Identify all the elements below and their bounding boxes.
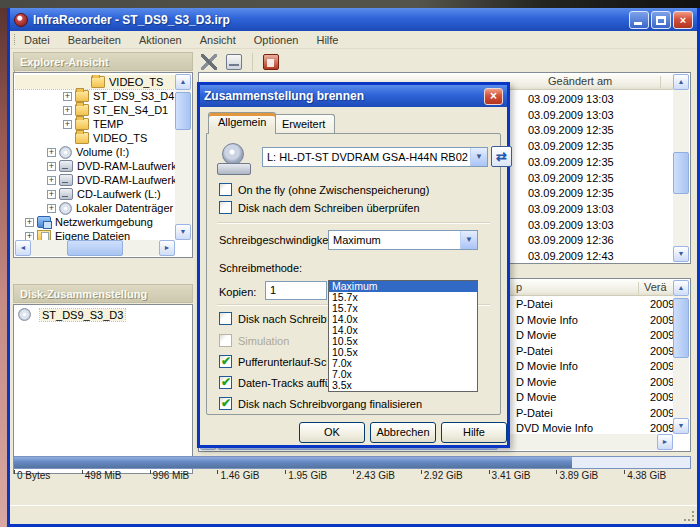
- expand-icon[interactable]: +: [47, 204, 56, 213]
- column-geaendert-am[interactable]: Geändert am: [548, 75, 612, 87]
- tree-item[interactable]: +DVD-RAM-Laufwerk (: [15, 173, 175, 187]
- checkbox-finalize-disc[interactable]: ✔ Disk nach Schreibvorgang finalisieren: [219, 397, 422, 410]
- scroll-right-icon[interactable]: ►: [657, 434, 673, 450]
- checkbox-box[interactable]: ✔: [219, 397, 232, 410]
- column-divider[interactable]: [638, 282, 639, 294]
- menu-datei[interactable]: Datei: [24, 34, 50, 46]
- speed-label: Schreibgeschwindigkeit:: [219, 234, 337, 246]
- menu-ansicht[interactable]: Ansicht: [200, 34, 236, 46]
- explorer-tree: VIDEO_TS +ST_DS9_S3_D4 +ST_EN_S4_D1 +TEM…: [13, 72, 193, 258]
- tree-item[interactable]: VIDEO_TS: [15, 75, 175, 89]
- tree-item[interactable]: +CD-Laufwerk (L:): [15, 187, 175, 201]
- expand-icon[interactable]: +: [63, 120, 72, 129]
- speed-select[interactable]: Maximum ▼: [328, 230, 478, 250]
- tree-item[interactable]: +Eigene Dateien: [15, 229, 175, 240]
- minimize-button[interactable]: [629, 11, 649, 29]
- tree-item[interactable]: +Lokaler Datenträger: [15, 201, 175, 215]
- tree-item[interactable]: +ST_EN_S4_D1: [15, 103, 175, 117]
- tree-item[interactable]: +Volume (I:): [15, 145, 175, 159]
- checkbox-box[interactable]: [219, 334, 232, 347]
- checkbox-box[interactable]: [219, 312, 232, 325]
- compilation-vertical-scrollbar[interactable]: ▲ ▼: [673, 280, 689, 434]
- window-titlebar[interactable]: InfraRecorder - ST_DS9_S3_D3.irp ×: [10, 8, 697, 31]
- column-veraendert-fragment[interactable]: Verä: [644, 281, 667, 293]
- file-list-vertical-scrollbar[interactable]: ▲ ▼: [673, 74, 689, 262]
- tab-allgemein[interactable]: Allgemein: [208, 112, 276, 134]
- copies-stepper[interactable]: 1: [265, 281, 327, 300]
- folder-icon: [75, 118, 89, 130]
- devices-button[interactable]: [223, 51, 245, 73]
- chevron-down-icon[interactable]: ▼: [470, 148, 487, 166]
- checkbox-eject-after-write[interactable]: Disk nach Schreibvorg: [219, 312, 327, 325]
- scroll-thumb[interactable]: [673, 152, 689, 194]
- expand-icon[interactable]: +: [47, 176, 56, 185]
- disk-panel-header: Disk-Zusammenstellung: [13, 284, 193, 303]
- drive-icon: [59, 188, 73, 200]
- scroll-up-icon[interactable]: ▲: [673, 74, 689, 90]
- tab-erweitert[interactable]: Erweitert: [272, 114, 335, 134]
- scroll-thumb[interactable]: [673, 298, 689, 358]
- speed-option[interactable]: 3.5x: [329, 380, 477, 391]
- exit-button[interactable]: [260, 51, 282, 73]
- dialog-close-button[interactable]: ×: [484, 88, 503, 105]
- disk-compilation-list: ST_DS9_S3_D3: [13, 304, 193, 474]
- help-button[interactable]: Hilfe: [441, 422, 507, 443]
- compilation-root-item[interactable]: ST_DS9_S3_D3: [14, 305, 192, 324]
- scroll-down-icon[interactable]: ▼: [673, 418, 689, 434]
- close-button[interactable]: ×: [673, 11, 693, 29]
- tree-horizontal-scrollbar[interactable]: ◄ ►: [15, 240, 175, 256]
- rescan-drives-button[interactable]: ⇄: [491, 146, 512, 167]
- drive-select[interactable]: L: HL-DT-ST DVDRAM GSA-H44N RB02 ▼: [262, 147, 488, 167]
- tree-item[interactable]: +ST_DS9_S3_D4: [15, 89, 175, 103]
- scroll-down-icon[interactable]: ▼: [175, 224, 191, 240]
- copies-value: 1: [270, 284, 276, 296]
- expand-icon[interactable]: +: [25, 232, 34, 241]
- scroll-thumb[interactable]: [67, 240, 123, 256]
- menu-bearbeiten[interactable]: Bearbeiten: [68, 34, 121, 46]
- expand-icon[interactable]: +: [63, 92, 72, 101]
- scroll-right-icon[interactable]: ►: [159, 240, 175, 256]
- scroll-thumb[interactable]: [175, 92, 191, 130]
- checkbox-verify-disc[interactable]: Disk nach dem Schreiben überprüfen: [219, 201, 420, 214]
- checkbox-box[interactable]: ✔: [219, 355, 232, 368]
- chevron-down-icon[interactable]: ▼: [460, 231, 477, 249]
- scroll-left-icon[interactable]: ◄: [15, 240, 31, 256]
- expand-icon[interactable]: +: [47, 190, 56, 199]
- maximize-button[interactable]: [651, 11, 671, 29]
- checkbox-box[interactable]: ✔: [219, 376, 232, 389]
- checkbox-box[interactable]: [219, 183, 232, 196]
- speed-select-value: Maximum: [329, 234, 460, 246]
- column-divider[interactable]: [660, 76, 661, 88]
- tree-item[interactable]: VIDEO_TS: [15, 131, 175, 145]
- resize-grip[interactable]: [683, 510, 695, 522]
- checkbox-on-the-fly[interactable]: On the fly (ohne Zwischenspeicherung): [219, 183, 429, 196]
- copies-label: Kopien:: [219, 286, 256, 298]
- expand-icon[interactable]: +: [47, 148, 56, 157]
- ok-button[interactable]: OK: [299, 422, 365, 443]
- menu-aktionen[interactable]: Aktionen: [139, 34, 182, 46]
- tree-item[interactable]: +DVD-RAM-Laufwerk (: [15, 159, 175, 173]
- menu-hilfe[interactable]: Hilfe: [316, 34, 338, 46]
- expand-icon[interactable]: +: [25, 218, 34, 227]
- tree-item[interactable]: +TEMP: [15, 117, 175, 131]
- cancel-button[interactable]: Abbrechen: [370, 422, 436, 443]
- dialog-titlebar[interactable]: Zusammenstellung brennen ×: [200, 85, 507, 107]
- scroll-down-icon[interactable]: ▼: [673, 246, 689, 262]
- checkbox-simulation[interactable]: Simulation: [219, 334, 289, 347]
- scroll-up-icon[interactable]: ▲: [175, 74, 191, 90]
- disc-icon: [18, 308, 31, 321]
- disk-icon: [59, 202, 72, 215]
- checkbox-buffer-underrun[interactable]: ✔ Pufferunterlauf-Schut: [219, 355, 327, 368]
- tools-button[interactable]: [198, 51, 220, 73]
- checkbox-box[interactable]: [219, 201, 232, 214]
- burn-compilation-dialog: Zusammenstellung brennen × Allgemein Erw…: [197, 82, 510, 448]
- expand-icon[interactable]: +: [63, 106, 72, 115]
- check-icon: ✔: [221, 355, 231, 368]
- menu-optionen[interactable]: Optionen: [254, 34, 299, 46]
- expand-icon[interactable]: +: [47, 162, 56, 171]
- tree-item[interactable]: +Netzwerkumgebung: [15, 215, 175, 229]
- tree-vertical-scrollbar[interactable]: ▲ ▼: [175, 74, 191, 240]
- devices-icon: [226, 54, 242, 70]
- scroll-up-icon[interactable]: ▲: [673, 280, 689, 296]
- column-typ-fragment[interactable]: p: [516, 281, 522, 293]
